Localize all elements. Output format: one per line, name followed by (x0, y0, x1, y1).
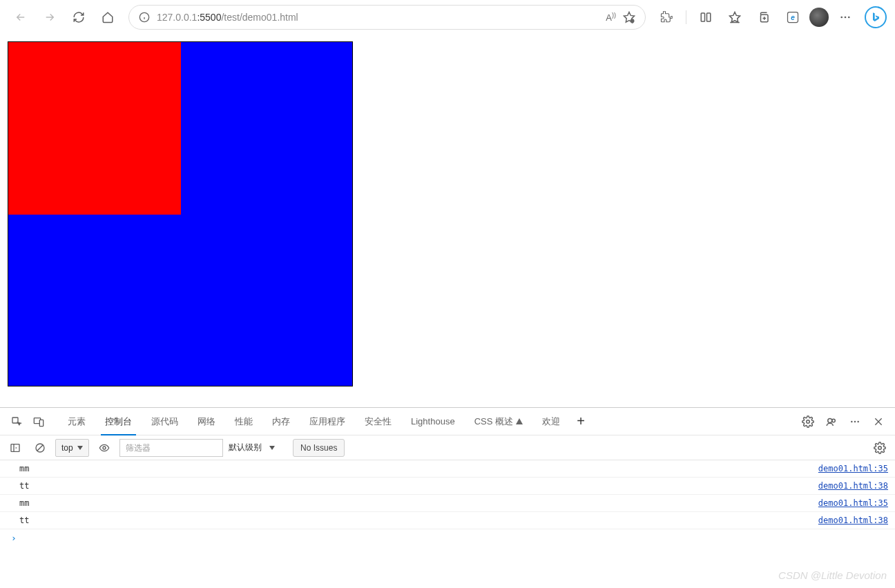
tab-application[interactable]: 应用程序 (300, 408, 355, 435)
browser-toolbar: 127.0.0.1:5500/test/demo01.html A)) + e (0, 0, 895, 35)
read-aloud-icon[interactable]: A)) (606, 12, 616, 23)
svg-point-15 (848, 17, 850, 19)
devtools-settings-button[interactable] (797, 411, 819, 433)
favorites-button[interactable] (722, 5, 747, 30)
toggle-sidebar-button[interactable] (6, 438, 25, 458)
devtools-more-button[interactable] (844, 411, 866, 433)
collections-button[interactable] (751, 5, 776, 30)
inner-red-box (8, 42, 181, 215)
tab-memory[interactable]: 内存 (262, 408, 300, 435)
bing-button[interactable] (865, 6, 887, 28)
tab-welcome[interactable]: 欢迎 (532, 408, 570, 435)
tab-elements[interactable]: 元素 (58, 408, 95, 435)
svg-rect-6 (707, 13, 711, 21)
separator (686, 10, 686, 24)
watermark: CSDN @Little Devotion (778, 569, 887, 581)
log-level-selector[interactable]: 默认级别 (229, 442, 275, 453)
devtools-tabs: 元素 控制台 源代码 网络 性能 内存 应用程序 安全性 Lighthouse … (0, 408, 895, 435)
svg-point-22 (851, 420, 852, 422)
feedback-button[interactable] (820, 411, 843, 433)
source-link[interactable]: demo01.html:35 (818, 464, 888, 473)
url-text: 127.0.0.1:5500/test/demo01.html (157, 12, 599, 23)
context-selector[interactable]: top (55, 439, 89, 457)
console-message: tt demo01.html:38 (0, 512, 895, 529)
filter-input[interactable] (119, 439, 223, 457)
source-link[interactable]: demo01.html:35 (818, 498, 888, 508)
extensions-button[interactable] (654, 5, 679, 30)
tab-css-overview[interactable]: CSS 概述 (465, 408, 532, 435)
console-message: tt demo01.html:38 (0, 478, 895, 495)
issues-button[interactable]: No Issues (293, 439, 345, 457)
add-tab-button[interactable]: + (570, 411, 592, 433)
refresh-button[interactable] (66, 5, 91, 30)
devtools-panel: 元素 控制台 源代码 网络 性能 内存 应用程序 安全性 Lighthouse … (0, 407, 895, 547)
inspect-element-button[interactable] (6, 411, 28, 433)
home-button[interactable] (95, 5, 120, 30)
more-button[interactable] (833, 5, 858, 30)
source-link[interactable]: demo01.html:38 (818, 516, 888, 525)
console-prompt[interactable]: › (0, 529, 895, 547)
console-message: mm demo01.html:35 (0, 495, 895, 512)
forward-button[interactable] (37, 5, 62, 30)
device-toggle-button[interactable] (28, 411, 50, 433)
page-viewport (0, 35, 895, 407)
svg-point-32 (878, 446, 882, 449)
back-button[interactable] (8, 5, 33, 30)
favorite-icon[interactable]: + (623, 11, 635, 23)
tab-lighthouse[interactable]: Lighthouse (401, 408, 465, 435)
tab-console[interactable]: 控制台 (95, 408, 142, 435)
console-message: mm demo01.html:35 (0, 460, 895, 478)
clear-console-button[interactable] (30, 438, 50, 458)
svg-line-30 (37, 445, 43, 451)
console-output: mm demo01.html:35 tt demo01.html:38 mm d… (0, 460, 895, 529)
outer-blue-box (8, 41, 353, 386)
svg-text:+: + (631, 20, 633, 23)
svg-point-31 (103, 447, 106, 449)
tab-performance[interactable]: 性能 (225, 408, 262, 435)
devtools-close-button[interactable] (867, 411, 889, 433)
svg-rect-27 (11, 444, 19, 451)
svg-text:e: e (791, 14, 795, 21)
svg-point-13 (840, 17, 843, 19)
tab-security[interactable]: 安全性 (355, 408, 401, 435)
svg-rect-5 (701, 13, 704, 21)
split-screen-button[interactable] (693, 5, 718, 30)
chevron-down-icon (77, 446, 83, 450)
ie-mode-button[interactable]: e (780, 5, 805, 30)
tab-network[interactable]: 网络 (188, 408, 225, 435)
address-bar[interactable]: 127.0.0.1:5500/test/demo01.html A)) + (128, 5, 646, 30)
experiment-icon (516, 418, 523, 424)
svg-point-24 (857, 420, 858, 422)
source-link[interactable]: demo01.html:38 (818, 481, 888, 491)
console-settings-button[interactable] (870, 438, 889, 458)
svg-rect-18 (39, 420, 43, 426)
console-toolbar: top 默认级别 No Issues (0, 435, 895, 460)
svg-point-14 (845, 17, 847, 19)
svg-point-23 (854, 420, 856, 422)
svg-point-19 (807, 420, 810, 423)
svg-point-20 (828, 418, 832, 422)
live-expression-button[interactable] (95, 438, 114, 458)
svg-point-21 (832, 419, 836, 422)
tab-sources[interactable]: 源代码 (142, 408, 188, 435)
chevron-down-icon (269, 446, 275, 450)
info-icon (139, 12, 150, 23)
profile-avatar[interactable] (809, 8, 829, 27)
